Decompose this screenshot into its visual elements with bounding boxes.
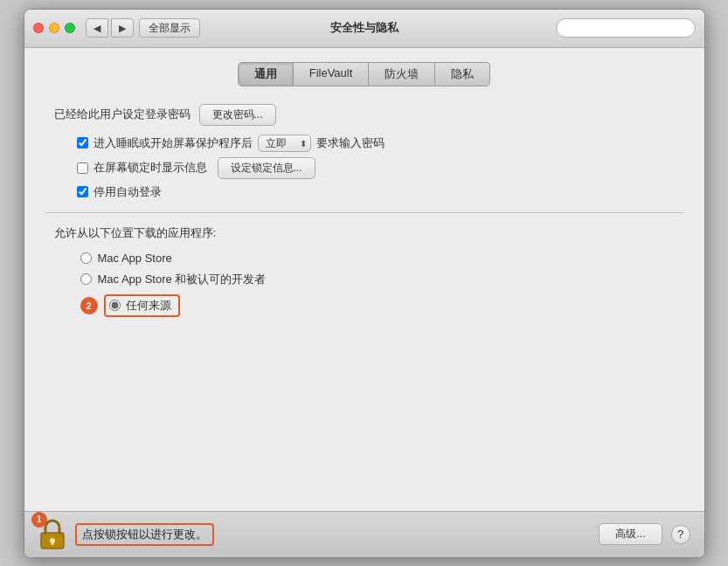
tab-general[interactable]: 通用 [238,62,294,86]
show-all-button[interactable]: 全部显示 [139,18,200,38]
titlebar: ◀ ▶ 全部显示 安全性与隐私 🔍 [24,10,704,48]
maximize-button[interactable] [65,23,75,33]
radio-anywhere[interactable] [109,300,121,311]
tab-firewall[interactable]: 防火墙 [369,62,435,86]
traffic-lights [33,23,75,33]
radio-group: Mac App Store Mac App Store 和被认可的开发者 2 任… [45,252,683,317]
sleep-label: 进入睡眠或开始屏幕保护程序后 [94,135,253,151]
disable-autologin-row: 停用自动登录 [45,184,683,200]
back-button[interactable]: ◀ [86,18,108,38]
show-message-label: 在屏幕锁定时显示信息 [94,160,207,176]
tab-privacy[interactable]: 隐私 [435,62,490,86]
main-content: 通用 FileVault 防火墙 隐私 已经给此用户设定登录密码 更改密码...… [24,48,704,511]
advanced-button[interactable]: 高级... [599,523,662,545]
window-title: 安全性与隐私 [330,20,399,36]
forward-button[interactable]: ▶ [111,18,134,38]
search-wrapper: 🔍 [556,18,696,38]
radio-appstore-label: Mac App Store [98,252,172,265]
radio-appstore[interactable] [80,252,92,264]
sleep-row: 进入睡眠或开始屏幕保护程序后 立即 5秒 1分钟 5分钟 要求输入密码 [45,135,683,152]
disable-autologin-checkbox[interactable] [77,186,88,197]
minimize-button[interactable] [49,23,59,33]
tab-filevault[interactable]: FileVault [294,62,370,86]
tab-bar: 通用 FileVault 防火墙 隐私 [45,62,683,86]
disable-autologin-label: 停用自动登录 [94,184,162,200]
sleep-checkbox[interactable] [77,137,88,148]
divider [45,212,683,213]
sleep-select-wrapper: 立即 5秒 1分钟 5分钟 [258,135,311,152]
password-label: 已经给此用户设定登录密码 [54,107,191,122]
anywhere-selected-box: 任何来源 [104,294,180,317]
lock-status-label: 点按锁按钮以进行更改。 [75,523,214,546]
badge-2: 2 [80,297,98,314]
search-input[interactable] [556,18,696,38]
change-password-button[interactable]: 更改密码... [199,104,276,126]
lock-icon-wrapper: 1 [38,519,66,550]
sleep-select[interactable]: 立即 5秒 1分钟 5分钟 [258,135,311,152]
radio-row-appstore-dev: Mac App Store 和被认可的开发者 [80,272,683,287]
radio-row-anywhere: 2 任何来源 [80,294,683,317]
radio-appstore-dev[interactable] [80,273,92,285]
show-message-checkbox[interactable] [77,162,88,174]
badge-1: 1 [31,512,47,528]
radio-anywhere-label: 任何来源 [126,298,171,314]
system-preferences-window: ◀ ▶ 全部显示 安全性与隐私 🔍 通用 FileVault 防火墙 隐私 已经… [24,9,705,558]
password-section: 已经给此用户设定登录密码 更改密码... [45,104,683,126]
nav-buttons: ◀ ▶ [86,18,134,38]
svg-rect-2 [51,542,53,545]
set-lock-info-button[interactable]: 设定锁定信息... [218,157,315,179]
radio-row-appstore: Mac App Store [80,252,683,265]
close-button[interactable] [33,23,44,33]
require-password-label: 要求输入密码 [316,135,385,151]
show-message-row: 在屏幕锁定时显示信息 设定锁定信息... [45,157,683,179]
allow-downloads-label: 允许从以下位置下载的应用程序: [54,226,217,239]
radio-appstore-dev-label: Mac App Store 和被认可的开发者 [98,272,267,287]
help-button[interactable]: ? [671,525,690,544]
bottom-bar: 1 点按锁按钮以进行更改。 高级... ? [24,511,704,557]
